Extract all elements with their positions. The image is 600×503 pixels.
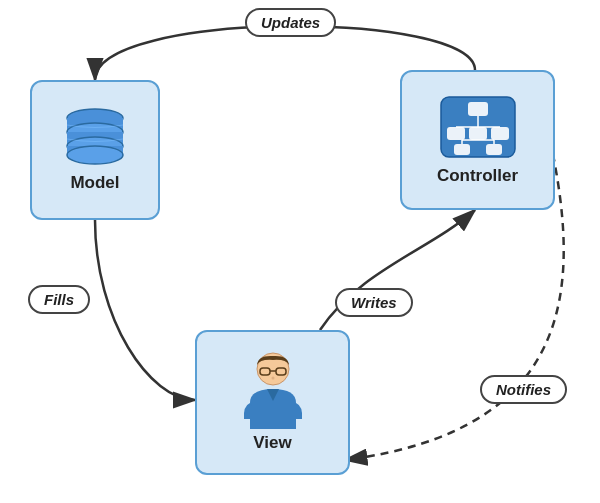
svg-rect-13 [491, 127, 509, 140]
model-label: Model [70, 173, 119, 193]
updates-label: Updates [245, 8, 336, 37]
view-box: View [195, 330, 350, 475]
svg-rect-12 [469, 127, 487, 140]
svg-rect-10 [468, 102, 488, 116]
svg-point-28 [271, 376, 274, 379]
view-icon [235, 352, 310, 427]
svg-point-8 [67, 146, 123, 164]
model-box: Model [30, 80, 160, 220]
view-label: View [253, 433, 291, 453]
writes-label: Writes [335, 288, 413, 317]
model-icon [60, 107, 130, 167]
notifies-label: Notifies [480, 375, 567, 404]
fills-label: Fills [28, 285, 90, 314]
svg-rect-11 [447, 127, 465, 140]
controller-box: Controller [400, 70, 555, 210]
svg-rect-19 [486, 144, 502, 155]
svg-rect-18 [454, 144, 470, 155]
controller-icon [438, 95, 518, 160]
controller-label: Controller [437, 166, 518, 186]
mvc-diagram: Model [0, 0, 600, 503]
